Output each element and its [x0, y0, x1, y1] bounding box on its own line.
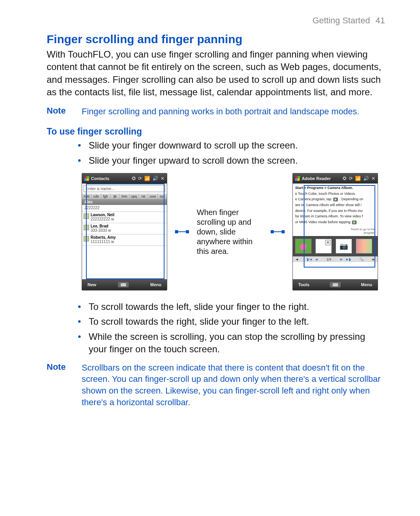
- doc-text: or MMS Video mode before tapping: [295, 220, 350, 224]
- alpha-tab[interactable]: cde: [91, 194, 101, 199]
- page: Getting Started 41 Finger scrolling and …: [0, 0, 420, 516]
- thumbnail[interactable]: [295, 239, 312, 254]
- note-text: Scrollbars on the screen indicate that t…: [82, 362, 385, 408]
- volume-icon: 🔊: [152, 176, 158, 181]
- running-header: Getting Started 41: [47, 16, 385, 26]
- sync-icon: ⟳: [138, 176, 142, 181]
- softkey-left[interactable]: Tools: [298, 282, 310, 287]
- status-icons: ✪ ⟳ 📶 🔊 ✕: [343, 176, 375, 181]
- contact-name: Lawson, Neil: [91, 213, 164, 217]
- contact-number: 222222222 w: [91, 217, 114, 221]
- scroll-right-icon[interactable]: ►: [372, 257, 375, 261]
- alpha-tabs[interactable]: #ab cde fgh ijk lmn opq rst uvw xyz: [82, 194, 167, 199]
- contact-icon: [84, 213, 89, 219]
- prev-page-icon[interactable]: ◄: [315, 257, 318, 261]
- chat-icon: ✪: [343, 176, 346, 181]
- softkey-right[interactable]: Menu: [361, 282, 372, 287]
- connector: [272, 231, 283, 232]
- section-title: Finger scrolling and finger panning: [47, 33, 385, 46]
- page-number: 41: [376, 16, 385, 25]
- contact-icon: [84, 236, 89, 241]
- figure-caption: When finger scrolling up and down, slide…: [197, 208, 263, 256]
- windows-logo-icon: [295, 176, 300, 181]
- doc-line: e Touch Cube, touch Photos or Videos.: [295, 192, 375, 196]
- keyboard-icon[interactable]: [330, 282, 341, 287]
- list-row[interactable]: Roberts, Amy 111111111 w: [82, 234, 167, 246]
- bullet-item: To scroll towards the left, slide your f…: [78, 301, 385, 313]
- note-label: Note: [47, 106, 70, 117]
- note-text: Finger scrolling and panning works in bo…: [82, 106, 385, 117]
- contacts-list[interactable]: Alex 2222222 Lawson, Neil 222222222 w Le…: [82, 199, 167, 246]
- scroll-left-icon[interactable]: ◄: [295, 257, 299, 261]
- bullet-item: Slide your finger upward to scroll down …: [78, 154, 385, 167]
- status-icons: ✪ ⟳ 📶 🔊 ✕: [132, 176, 164, 181]
- signal-icon: 📶: [355, 176, 361, 181]
- list-row[interactable]: Lawson, Neil 222222222 w: [82, 212, 167, 223]
- next-page-icon[interactable]: ►: [340, 257, 343, 261]
- figure: Contacts ✪ ⟳ 📶 🔊 ✕ Enter a name... #ab c…: [82, 173, 385, 290]
- signal-icon: 📶: [144, 176, 150, 181]
- alpha-tab[interactable]: fgh: [101, 194, 110, 199]
- thumbnail-camera[interactable]: [336, 239, 352, 254]
- thumbnail-row: ✕: [293, 236, 378, 256]
- windows-logo-icon: [84, 176, 89, 181]
- close-icon: ✕: [161, 176, 164, 181]
- pager-bar: ◄ ▮◄ ◄ 1/4 ► ►▮ 🔍 ►: [293, 256, 378, 262]
- bullet-item: While the screen is scrolling, you can s…: [78, 331, 385, 356]
- softkey-bar: Tools Menu: [293, 279, 378, 290]
- contact-name: Lee, Brad: [91, 224, 164, 228]
- screenshot-contacts: Contacts ✪ ⟳ 📶 🔊 ✕ Enter a name... #ab c…: [82, 173, 167, 290]
- chat-icon: ✪: [132, 176, 136, 181]
- zoom-controls: 🔍: [359, 257, 364, 261]
- doc-line: device. For example, if you are in Photo…: [295, 209, 375, 213]
- screenshot-reader: Adobe Reader ✪ ⟳ 📶 🔊 ✕ Start > Programs …: [292, 173, 378, 290]
- chapter-name: Getting Started: [312, 16, 370, 25]
- contact-number: 111111111 w: [91, 240, 114, 244]
- first-page-icon[interactable]: ▮◄: [307, 257, 312, 261]
- content-area[interactable]: Start > Programs > Camera Album. e Touch…: [293, 184, 378, 279]
- breadcrumb: Start > Programs > Camera Album.: [295, 186, 375, 191]
- alpha-tab[interactable]: uvw: [148, 194, 158, 199]
- volume-icon: 🔊: [363, 176, 369, 181]
- app-title: Adobe Reader: [302, 176, 331, 181]
- zoom-icon[interactable]: 🔍: [359, 257, 364, 261]
- alpha-tab[interactable]: xyz: [158, 194, 167, 199]
- note-2: Note Scrollbars on the screen indicate t…: [47, 362, 385, 408]
- last-page-icon[interactable]: ►▮: [345, 257, 351, 261]
- thumbnail[interactable]: [356, 239, 372, 254]
- note-1: Note Finger scrolling and panning works …: [47, 106, 385, 117]
- alpha-tab[interactable]: #ab: [82, 194, 91, 199]
- contact-number: 2222222: [84, 206, 100, 210]
- intro-paragraph: With TouchFLO, you can use finger scroll…: [47, 48, 385, 99]
- subheading: To use finger scrolling: [47, 126, 385, 137]
- thumbnail[interactable]: ✕: [315, 239, 332, 254]
- note-label: Note: [47, 362, 70, 408]
- contact-name: Roberts, Amy: [91, 235, 164, 240]
- play-icon: [352, 220, 357, 224]
- alpha-tab[interactable]: lmn: [120, 194, 129, 199]
- list-row[interactable]: Lee, Brad 333-3333 w: [82, 223, 167, 234]
- doc-line: e Camera program, tap . Depending on: [295, 197, 375, 202]
- softkey-right[interactable]: Menu: [150, 282, 161, 287]
- list-row[interactable]: 2222222: [82, 205, 167, 212]
- doc-line: be shown in Camera Album. To view video …: [295, 214, 375, 219]
- document-text: Start > Programs > Camera Album. e Touch…: [293, 184, 378, 227]
- search-field[interactable]: Enter a name...: [84, 185, 165, 192]
- page-indicator: 1/4: [327, 257, 332, 261]
- connector-line: [272, 231, 283, 232]
- doc-line: are in, Camera Album will either show st…: [295, 203, 375, 208]
- softkey-left[interactable]: New: [88, 282, 96, 287]
- contact-icon: [84, 225, 89, 230]
- doc-text: e Camera program, tap: [295, 197, 331, 201]
- close-icon[interactable]: ✕: [325, 240, 331, 245]
- alpha-tab[interactable]: opq: [130, 194, 139, 199]
- keyboard-icon[interactable]: [118, 282, 129, 287]
- close-icon: ✕: [371, 176, 375, 181]
- contact-name: Alex: [84, 200, 93, 204]
- doc-line: or MMS Video mode before tapping .: [295, 220, 375, 225]
- bullet-list-b: To scroll towards the left, slide your f…: [47, 301, 385, 356]
- alpha-tab[interactable]: rst: [139, 194, 148, 199]
- alpha-tab[interactable]: ijk: [110, 194, 120, 199]
- doc-text: . Depending on: [340, 197, 363, 201]
- bullet-list-a: Slide your finger downward to scroll up …: [47, 139, 385, 167]
